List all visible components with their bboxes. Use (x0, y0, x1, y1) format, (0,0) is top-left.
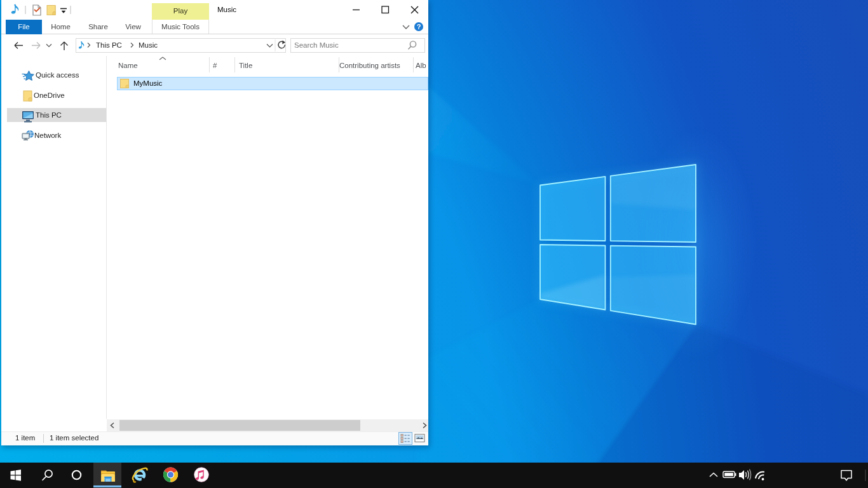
svg-text:?: ? (417, 23, 421, 30)
